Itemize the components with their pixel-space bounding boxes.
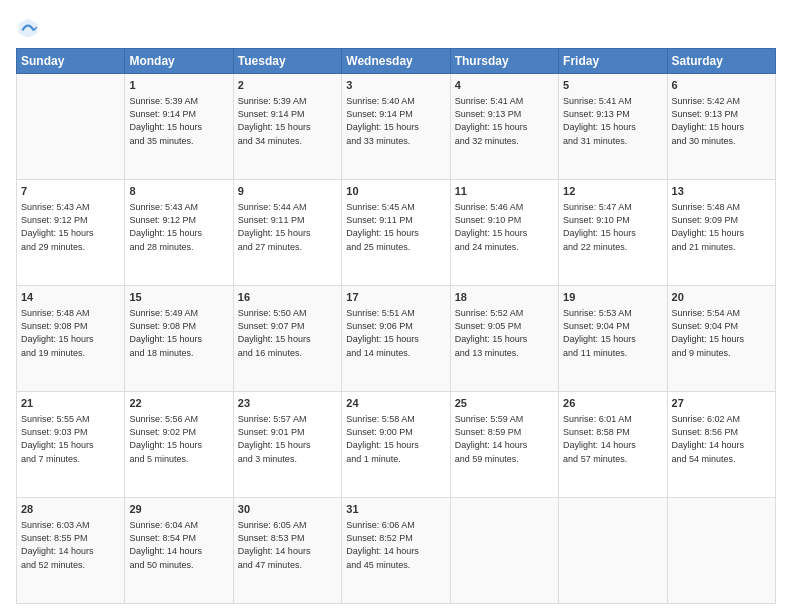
day-number: 10 bbox=[346, 184, 445, 199]
cell-line: and 47 minutes. bbox=[238, 559, 337, 572]
day-number: 25 bbox=[455, 396, 554, 411]
cell-line: Sunset: 8:54 PM bbox=[129, 532, 228, 545]
cell-content: Sunrise: 6:03 AMSunset: 8:55 PMDaylight:… bbox=[21, 519, 120, 571]
cell-line: and 57 minutes. bbox=[563, 453, 662, 466]
cell-content: Sunrise: 5:46 AMSunset: 9:10 PMDaylight:… bbox=[455, 201, 554, 253]
cell-line: Daylight: 14 hours bbox=[346, 545, 445, 558]
cell-line: and 16 minutes. bbox=[238, 347, 337, 360]
header-cell-tuesday: Tuesday bbox=[233, 49, 341, 74]
cell-line: and 31 minutes. bbox=[563, 135, 662, 148]
cell-line: Sunset: 9:03 PM bbox=[21, 426, 120, 439]
cell-line: and 3 minutes. bbox=[238, 453, 337, 466]
day-number: 4 bbox=[455, 78, 554, 93]
cell-content: Sunrise: 5:48 AMSunset: 9:08 PMDaylight:… bbox=[21, 307, 120, 359]
day-number: 5 bbox=[563, 78, 662, 93]
calendar-cell bbox=[667, 498, 775, 604]
cell-content: Sunrise: 6:01 AMSunset: 8:58 PMDaylight:… bbox=[563, 413, 662, 465]
calendar-body: 1Sunrise: 5:39 AMSunset: 9:14 PMDaylight… bbox=[17, 74, 776, 604]
cell-line: and 33 minutes. bbox=[346, 135, 445, 148]
cell-line: Daylight: 15 hours bbox=[129, 333, 228, 346]
day-number: 22 bbox=[129, 396, 228, 411]
cell-line: Sunset: 9:10 PM bbox=[455, 214, 554, 227]
week-row-5: 28Sunrise: 6:03 AMSunset: 8:55 PMDayligh… bbox=[17, 498, 776, 604]
cell-content: Sunrise: 5:50 AMSunset: 9:07 PMDaylight:… bbox=[238, 307, 337, 359]
calendar-cell: 3Sunrise: 5:40 AMSunset: 9:14 PMDaylight… bbox=[342, 74, 450, 180]
cell-line: and 54 minutes. bbox=[672, 453, 771, 466]
cell-line: Sunset: 9:11 PM bbox=[346, 214, 445, 227]
cell-line: and 59 minutes. bbox=[455, 453, 554, 466]
day-number: 13 bbox=[672, 184, 771, 199]
calendar-cell: 27Sunrise: 6:02 AMSunset: 8:56 PMDayligh… bbox=[667, 392, 775, 498]
calendar-cell: 17Sunrise: 5:51 AMSunset: 9:06 PMDayligh… bbox=[342, 286, 450, 392]
day-number: 21 bbox=[21, 396, 120, 411]
cell-line: and 34 minutes. bbox=[238, 135, 337, 148]
cell-line: Sunset: 9:08 PM bbox=[21, 320, 120, 333]
calendar-cell: 6Sunrise: 5:42 AMSunset: 9:13 PMDaylight… bbox=[667, 74, 775, 180]
week-row-4: 21Sunrise: 5:55 AMSunset: 9:03 PMDayligh… bbox=[17, 392, 776, 498]
day-number: 20 bbox=[672, 290, 771, 305]
cell-line: Daylight: 14 hours bbox=[238, 545, 337, 558]
day-number: 8 bbox=[129, 184, 228, 199]
cell-line: and 1 minute. bbox=[346, 453, 445, 466]
cell-line: Sunrise: 5:44 AM bbox=[238, 201, 337, 214]
cell-line: Daylight: 14 hours bbox=[129, 545, 228, 558]
cell-line: Daylight: 15 hours bbox=[238, 121, 337, 134]
cell-line: Daylight: 15 hours bbox=[455, 227, 554, 240]
cell-line: Sunset: 9:14 PM bbox=[129, 108, 228, 121]
cell-line: Sunset: 9:00 PM bbox=[346, 426, 445, 439]
cell-content: Sunrise: 5:59 AMSunset: 8:59 PMDaylight:… bbox=[455, 413, 554, 465]
calendar-cell bbox=[17, 74, 125, 180]
calendar-cell: 16Sunrise: 5:50 AMSunset: 9:07 PMDayligh… bbox=[233, 286, 341, 392]
cell-line: Daylight: 14 hours bbox=[455, 439, 554, 452]
cell-line: and 27 minutes. bbox=[238, 241, 337, 254]
calendar-cell: 18Sunrise: 5:52 AMSunset: 9:05 PMDayligh… bbox=[450, 286, 558, 392]
cell-content: Sunrise: 5:58 AMSunset: 9:00 PMDaylight:… bbox=[346, 413, 445, 465]
cell-content: Sunrise: 6:05 AMSunset: 8:53 PMDaylight:… bbox=[238, 519, 337, 571]
day-number: 31 bbox=[346, 502, 445, 517]
cell-line: Sunrise: 5:45 AM bbox=[346, 201, 445, 214]
logo bbox=[16, 16, 44, 40]
day-number: 24 bbox=[346, 396, 445, 411]
cell-line: Sunset: 9:14 PM bbox=[238, 108, 337, 121]
cell-line: Daylight: 14 hours bbox=[563, 439, 662, 452]
cell-line: and 45 minutes. bbox=[346, 559, 445, 572]
day-number: 7 bbox=[21, 184, 120, 199]
header-cell-saturday: Saturday bbox=[667, 49, 775, 74]
calendar-cell: 25Sunrise: 5:59 AMSunset: 8:59 PMDayligh… bbox=[450, 392, 558, 498]
header-cell-friday: Friday bbox=[559, 49, 667, 74]
cell-line: and 11 minutes. bbox=[563, 347, 662, 360]
cell-content: Sunrise: 5:42 AMSunset: 9:13 PMDaylight:… bbox=[672, 95, 771, 147]
calendar-cell: 1Sunrise: 5:39 AMSunset: 9:14 PMDaylight… bbox=[125, 74, 233, 180]
cell-line: Sunrise: 6:02 AM bbox=[672, 413, 771, 426]
cell-line: Daylight: 14 hours bbox=[21, 545, 120, 558]
cell-line: Daylight: 15 hours bbox=[455, 121, 554, 134]
cell-line: Sunrise: 6:05 AM bbox=[238, 519, 337, 532]
cell-content: Sunrise: 5:52 AMSunset: 9:05 PMDaylight:… bbox=[455, 307, 554, 359]
cell-line: Sunset: 9:04 PM bbox=[563, 320, 662, 333]
day-number: 27 bbox=[672, 396, 771, 411]
cell-line: and 13 minutes. bbox=[455, 347, 554, 360]
cell-content: Sunrise: 5:39 AMSunset: 9:14 PMDaylight:… bbox=[238, 95, 337, 147]
cell-line: Sunrise: 5:47 AM bbox=[563, 201, 662, 214]
cell-line: Sunset: 9:12 PM bbox=[21, 214, 120, 227]
cell-line: Daylight: 15 hours bbox=[346, 121, 445, 134]
calendar-cell: 19Sunrise: 5:53 AMSunset: 9:04 PMDayligh… bbox=[559, 286, 667, 392]
cell-line: Daylight: 14 hours bbox=[672, 439, 771, 452]
calendar-cell: 11Sunrise: 5:46 AMSunset: 9:10 PMDayligh… bbox=[450, 180, 558, 286]
cell-line: Sunrise: 5:41 AM bbox=[455, 95, 554, 108]
cell-line: Sunrise: 5:56 AM bbox=[129, 413, 228, 426]
cell-content: Sunrise: 5:45 AMSunset: 9:11 PMDaylight:… bbox=[346, 201, 445, 253]
cell-content: Sunrise: 5:43 AMSunset: 9:12 PMDaylight:… bbox=[129, 201, 228, 253]
cell-line: and 7 minutes. bbox=[21, 453, 120, 466]
cell-line: Sunrise: 5:43 AM bbox=[21, 201, 120, 214]
cell-line: Daylight: 15 hours bbox=[238, 333, 337, 346]
cell-content: Sunrise: 5:53 AMSunset: 9:04 PMDaylight:… bbox=[563, 307, 662, 359]
cell-content: Sunrise: 5:44 AMSunset: 9:11 PMDaylight:… bbox=[238, 201, 337, 253]
cell-line: Sunrise: 6:06 AM bbox=[346, 519, 445, 532]
calendar-cell: 23Sunrise: 5:57 AMSunset: 9:01 PMDayligh… bbox=[233, 392, 341, 498]
cell-line: Sunset: 9:08 PM bbox=[129, 320, 228, 333]
calendar-cell: 31Sunrise: 6:06 AMSunset: 8:52 PMDayligh… bbox=[342, 498, 450, 604]
cell-line: Sunrise: 5:48 AM bbox=[21, 307, 120, 320]
cell-content: Sunrise: 6:02 AMSunset: 8:56 PMDaylight:… bbox=[672, 413, 771, 465]
cell-line: Daylight: 15 hours bbox=[455, 333, 554, 346]
